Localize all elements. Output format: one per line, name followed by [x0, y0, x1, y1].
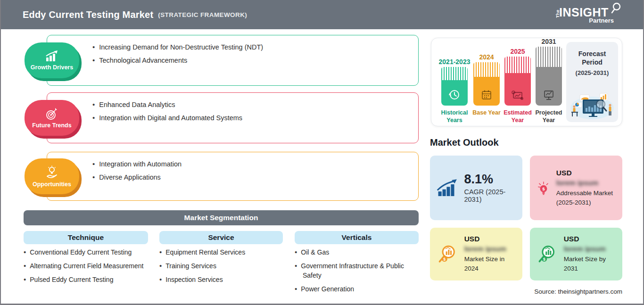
bar-year-label: 2031 [541, 38, 556, 45]
technique-list: Conventional Eddy Current Testing Altern… [24, 247, 156, 288]
card-label: Market Size in 2024 [464, 255, 517, 273]
market-size-2031-card: $ USD lorem ipsum Market Size by 2031 [530, 228, 622, 280]
cagr-value: 8.1% [464, 173, 517, 187]
list-item: Government Infrastructure & Public Safet… [295, 261, 413, 280]
list-item: Alternating Current Field Measurement [24, 261, 156, 271]
target-dart-icon [44, 107, 59, 121]
list-item: Diverse Applications [92, 173, 409, 181]
bar-stripes [441, 67, 468, 80]
market-segmentation-banner: Market Segmentation [24, 210, 419, 225]
badge-label: Growth Drivers [31, 64, 73, 71]
estimate-analytics-icon [511, 90, 525, 102]
badge-label: Opportunities [33, 181, 71, 188]
bar-caption: Estimated Year [501, 109, 534, 124]
bar-body [473, 77, 500, 106]
list-item: Pulsed Eddy Current Testing [24, 274, 156, 285]
bar-caption: Historical Years [438, 109, 471, 124]
bar-year-label: 2024 [479, 53, 494, 61]
blurred-value: lorem ipsum [564, 245, 617, 253]
bar-stripes [504, 57, 531, 73]
currency-label: USD [564, 235, 617, 243]
bar-stripes [536, 47, 562, 67]
cagr-growth-icon [437, 177, 458, 199]
list-item: Increasing Demand for Non-Destructive Te… [92, 43, 409, 51]
bar-year-label: 2021-2023 [439, 58, 471, 66]
list-item: Equipment Rental Services [159, 247, 283, 257]
bar [536, 47, 562, 106]
growth-drivers-badge: Growth Drivers [25, 42, 79, 78]
growth-drivers-box: Increasing Demand for Non-Destructive Te… [47, 35, 419, 86]
analytics-illustration [569, 91, 616, 120]
list-item: Training Services [159, 261, 283, 271]
header: Eddy Current Testing Market (STRATEGIC F… [1, 0, 643, 29]
projection-screen-icon [542, 89, 556, 102]
list-item: Inspection Services [159, 274, 283, 285]
bar-stripes [473, 62, 500, 77]
future-trends-badge: Future Trends [25, 100, 79, 136]
verticals-list: Oil & Gas Government Infrastructure & Pu… [295, 247, 413, 297]
magnifier-icon [610, 2, 622, 15]
timeline-bar-historical: 2021-2023 [441, 58, 468, 106]
growth-chart-icon [44, 50, 60, 63]
card-label: Market Size by 2031 [564, 255, 617, 273]
currency-label: USD [556, 169, 617, 177]
infographic-page: Eddy Current Testing Market (STRATEGIC F… [0, 0, 644, 305]
list-item: Integration with Digital and Automated S… [92, 114, 409, 122]
list-item: Power Generation [295, 284, 413, 294]
list-item: Oil & Gas [295, 247, 413, 257]
timeline-bar-estimated: 2025 [504, 48, 531, 106]
blurred-value: lorem ipsum [464, 245, 517, 253]
bar-body [504, 73, 531, 106]
bar-caption: Projected Year [532, 109, 565, 124]
page-subtitle: (STRATEGIC FRAMEWORK) [158, 11, 247, 18]
bar [504, 57, 531, 106]
list-item: Technological Advancements [92, 56, 409, 64]
forecast-range: (2025-2031) [566, 69, 618, 76]
bar-body [441, 80, 468, 106]
bar [473, 62, 500, 106]
segment-header-technique: Technique [24, 231, 148, 244]
list-item: Integration with Automation [92, 160, 409, 168]
list-item: Conventional Eddy Current Testing [24, 247, 156, 257]
history-clock-icon [447, 88, 462, 102]
bar-body [536, 67, 562, 106]
timeline-bar-projected: 2031 [536, 38, 562, 106]
opportunities-section: Integration with Automation Diverse Appl… [1, 152, 419, 201]
growth-drivers-section: Increasing Demand for Non-Destructive Te… [1, 35, 419, 86]
list-item: Enhanced Data Analytics [92, 100, 409, 108]
blurred-value: lorem ipsum [556, 179, 617, 187]
opportunities-box: Integration with Automation Diverse Appl… [47, 152, 419, 201]
bulb-hand-icon [44, 165, 59, 180]
addressable-market-card: $ USD lorem ipsum Addressable Market (20… [530, 156, 622, 220]
svg-text:$: $ [543, 257, 545, 262]
page-title: Eddy Current Testing Market [23, 9, 153, 20]
timeline-bar-base: 2024 [473, 53, 500, 106]
insight-partners-logo: The INSIGHT Partners [556, 5, 619, 25]
timeline-card: 2021-2023 Historical Years 2024 [431, 38, 622, 126]
forecast-label: Forecast Period [566, 49, 618, 66]
bar-caption: Base Year [470, 109, 503, 117]
segment-header-service: Service [159, 231, 283, 244]
magnifier-chart-green-icon: $ [537, 242, 558, 266]
future-trends-box: Enhanced Data Analytics Integration with… [47, 92, 419, 143]
forecast-period-panel: Forecast Period (2025-2031) [566, 42, 618, 122]
cagr-label: CAGR (2025-2031) [464, 188, 517, 203]
bar-year-label: 2025 [510, 48, 525, 55]
svg-text:$: $ [443, 257, 446, 262]
calendar-icon [480, 89, 493, 102]
card-label: Addressable Market (2025-2031) [556, 189, 617, 207]
segment-header-verticals: Verticals [295, 231, 419, 244]
cagr-card: 8.1% CAGR (2025-2031) [430, 156, 522, 220]
bar [441, 67, 468, 106]
bulb-dollar-icon: $ [537, 175, 551, 201]
source-attribution: Source: theinsightpartners.com [430, 288, 622, 295]
magnifier-chart-orange-icon: $ [437, 242, 459, 266]
market-size-2024-card: $ USD lorem ipsum Market Size in 2024 [430, 228, 522, 280]
opportunities-badge: Opportunities [25, 158, 79, 194]
currency-label: USD [464, 235, 517, 243]
future-trends-section: Enhanced Data Analytics Integration with… [1, 92, 419, 143]
badge-label: Future Trends [32, 122, 71, 129]
svg-text:$: $ [542, 186, 545, 191]
service-list: Equipment Rental Services Training Servi… [159, 247, 283, 288]
market-outlook-title: Market Outlook [430, 137, 499, 148]
